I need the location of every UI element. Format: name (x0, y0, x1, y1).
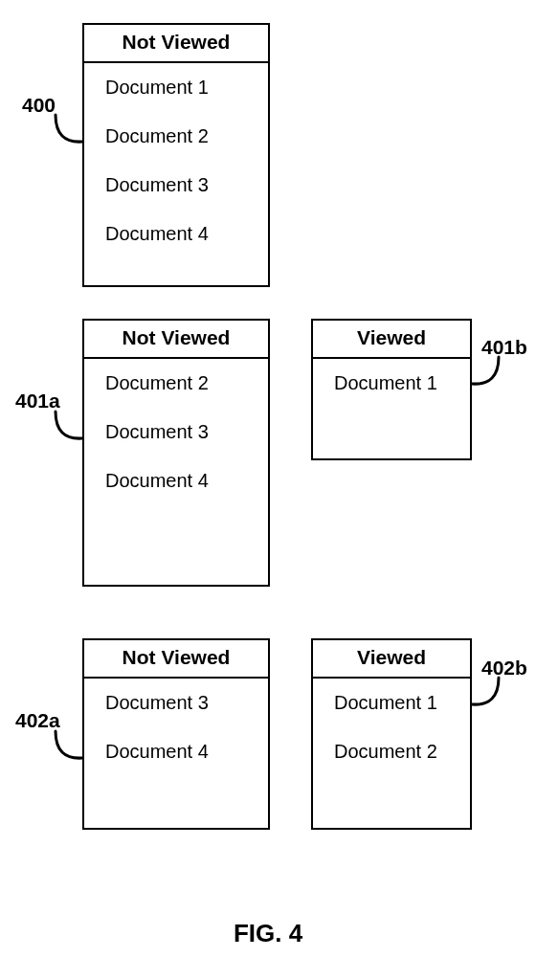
box-402b: Viewed Document 1 Document 2 (311, 638, 472, 830)
box-402a: Not Viewed Document 3 Document 4 (82, 638, 270, 830)
box-402b-body: Document 1 Document 2 (313, 679, 470, 763)
list-item: Document 2 (334, 741, 470, 763)
list-item: Document 1 (334, 372, 470, 394)
list-item: Document 1 (105, 77, 268, 99)
list-item: Document 4 (105, 470, 268, 492)
list-item: Document 3 (105, 692, 268, 714)
box-402b-title: Viewed (313, 640, 470, 679)
lead-line-icon (468, 676, 501, 714)
box-401a-body: Document 2 Document 3 Document 4 (84, 359, 268, 492)
box-401a-title: Not Viewed (84, 321, 268, 359)
list-item: Document 4 (105, 223, 268, 245)
box-401b: Viewed Document 1 (311, 319, 472, 460)
list-item: Document 3 (105, 421, 268, 443)
box-400: Not Viewed Document 1 Document 2 Documen… (82, 23, 270, 287)
list-item: Document 2 (105, 372, 268, 394)
list-item: Document 2 (105, 125, 268, 147)
box-400-body: Document 1 Document 2 Document 3 Documen… (84, 63, 268, 245)
lead-line-icon (468, 355, 501, 393)
lead-line-icon (54, 729, 86, 768)
lead-line-icon (54, 410, 86, 448)
list-item: Document 1 (334, 692, 470, 714)
ref-400: 400 (22, 94, 56, 117)
box-402a-title: Not Viewed (84, 640, 268, 679)
box-401b-title: Viewed (313, 321, 470, 359)
box-402a-body: Document 3 Document 4 (84, 679, 268, 763)
box-400-title: Not Viewed (84, 25, 268, 63)
box-401a: Not Viewed Document 2 Document 3 Documen… (82, 319, 270, 587)
box-401b-body: Document 1 (313, 359, 470, 394)
list-item: Document 3 (105, 174, 268, 196)
list-item: Document 4 (105, 741, 268, 763)
figure-caption: FIG. 4 (0, 919, 536, 948)
lead-line-icon (54, 113, 86, 151)
